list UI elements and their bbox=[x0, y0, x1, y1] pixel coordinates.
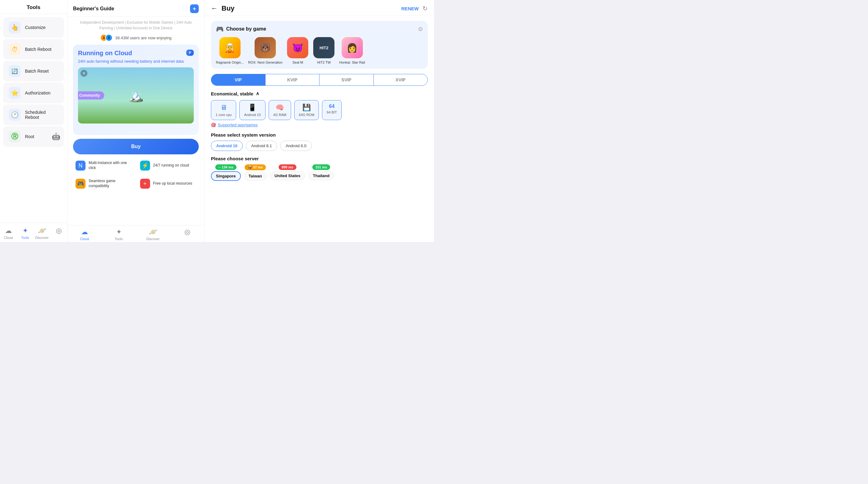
right-panel: ← Buy RENEW ↻ 🎮 Choose by game ⊙ 🧝 Ragna… bbox=[205, 0, 434, 242]
choose-game-header: 🎮 Choose by game ⊙ bbox=[216, 25, 423, 33]
game-seal[interactable]: 😈 Seal M bbox=[287, 37, 309, 65]
profile-nav-icon: ◎ bbox=[56, 227, 62, 235]
vip-tabs: VIP KVIP SVIP XVIP bbox=[211, 74, 428, 86]
tool-item-scheduled-reboot[interactable]: 🕐 Scheduled Reboot bbox=[3, 104, 64, 125]
feature-cloud: ⚡ 24/7 running on cloud bbox=[137, 158, 199, 173]
mid-nav-cloud[interactable]: ☁ Cloud bbox=[67, 228, 102, 241]
mid-discover-icon: 🪐 bbox=[149, 228, 157, 236]
sys-android60[interactable]: Android 6.0 bbox=[280, 141, 312, 151]
spec-64bit: 64 64 BIT bbox=[322, 100, 341, 120]
game-rox[interactable]: 🐻 ROX: Next Generation bbox=[248, 37, 282, 65]
mid-cloud-label: Cloud bbox=[80, 237, 89, 241]
singapore-name: Singapore bbox=[216, 174, 236, 179]
tool-item-batch-reboot[interactable]: ⏱ Batch Reboot bbox=[3, 39, 64, 60]
singapore-badge: Singapore bbox=[211, 171, 241, 181]
ragnarok-name: Ragnarok Origin... bbox=[216, 60, 244, 65]
nav-discover[interactable]: 🪐 Discover bbox=[34, 225, 51, 241]
multi-instance-icon: N bbox=[75, 161, 86, 170]
choose-game-title: Choose by game bbox=[226, 26, 266, 32]
game-honkai[interactable]: 👩 Honkai: Star Rail bbox=[339, 37, 365, 65]
server-thailand[interactable]: 151 ms Thailand bbox=[308, 164, 334, 181]
server-taiwan[interactable]: 📦 37 ms Taiwan bbox=[244, 164, 267, 181]
games-row: 🧝 Ragnarok Origin... 🐻 ROX: Next Generat… bbox=[216, 37, 423, 65]
promo-title: Running on Cloud bbox=[78, 50, 194, 57]
server-us[interactable]: 999 ms United States bbox=[270, 164, 305, 181]
batch-reboot-icon: ⏱ bbox=[9, 43, 21, 55]
specs-row: 🖥 1 core cpu 📱 Android 10 🧠 4G RAM 💾 64G… bbox=[211, 100, 428, 120]
vip-tab-vip[interactable]: VIP bbox=[211, 74, 266, 86]
tools-nav-label: Tools bbox=[21, 236, 29, 239]
middle-panel: Beginner's Guide + Independent Developme… bbox=[67, 0, 205, 242]
tool-item-customize[interactable]: 👆 Customize bbox=[3, 17, 64, 38]
mid-nav-tools[interactable]: ✦ Tools bbox=[102, 228, 136, 241]
promo-game-image: ✕ Community 🏔️ bbox=[78, 67, 194, 124]
collapse-specs-icon[interactable]: ∧ bbox=[256, 91, 259, 96]
server-options: ─ 134 ms Singapore 📦 37 ms Taiwan 999 ms bbox=[211, 164, 428, 181]
cloud-nav-icon: ☁ bbox=[5, 227, 12, 235]
tool-item-authorization[interactable]: ⭐ Authorization bbox=[3, 83, 64, 103]
game-hit2[interactable]: HIT2 HIT2 TW bbox=[313, 37, 335, 65]
tools-list: 👆 Customize ⏱ Batch Reboot 🔄 Batch Reset… bbox=[0, 14, 67, 223]
spec-cpu: 🖥 1 core cpu bbox=[211, 100, 236, 120]
renew-button[interactable]: RENEW bbox=[401, 6, 419, 11]
tool-item-root[interactable]: Ⓡ Root 🤖 bbox=[3, 126, 64, 147]
tools-bottom-nav: ☁ Cloud ✦ Tools 🪐 Discover ◎ bbox=[0, 223, 67, 242]
rom-icon: 💾 bbox=[302, 103, 311, 111]
sys-android81[interactable]: Android 8.1 bbox=[246, 141, 277, 151]
refresh-icon[interactable]: ↻ bbox=[423, 5, 428, 12]
supported-link[interactable]: 🎯 Supported app/games bbox=[211, 123, 428, 127]
specs-section: Economical, stable ∧ 🖥 1 core cpu 📱 Andr… bbox=[211, 91, 428, 127]
thailand-name: Thailand bbox=[313, 173, 330, 178]
cpu-icon: 🖥 bbox=[220, 103, 227, 111]
tool-item-batch-reset[interactable]: 🔄 Batch Reset bbox=[3, 61, 64, 82]
specs-title: Economical, stable bbox=[211, 91, 253, 96]
rox-thumb: 🐻 bbox=[255, 37, 276, 58]
root-label: Root bbox=[25, 134, 34, 139]
feature-free-resources: + Free up local resources bbox=[137, 176, 199, 191]
scheduled-reboot-icon: 🕐 bbox=[9, 109, 21, 121]
spec-android: 📱 Android 10 bbox=[239, 100, 265, 120]
system-version-title: Please select system version bbox=[211, 132, 428, 137]
collapse-icon[interactable]: ⊙ bbox=[418, 26, 423, 32]
rox-name: ROX: Next Generation bbox=[248, 60, 282, 65]
feature-game-compat: 🎮 Seamless game compatibility bbox=[73, 176, 134, 191]
bot-icon: 🤖 bbox=[52, 133, 60, 141]
cloud-feature-icon: ⚡ bbox=[140, 161, 150, 170]
guide-title: Beginner's Guide bbox=[73, 6, 114, 11]
honkai-name: Honkai: Star Rail bbox=[339, 60, 365, 65]
guide-add-button[interactable]: + bbox=[190, 4, 199, 13]
feature-multi-instance: N Multi-Instance with one click bbox=[73, 158, 134, 173]
mid-nav-discover[interactable]: 🪐 Discover bbox=[136, 228, 170, 241]
us-ping: 999 ms bbox=[279, 164, 297, 170]
specs-header: Economical, stable ∧ bbox=[211, 91, 428, 96]
taiwan-ping: 📦 37 ms bbox=[245, 164, 266, 170]
vip-tab-svip[interactable]: SVIP bbox=[319, 74, 374, 86]
nav-tools[interactable]: ✦ Tools bbox=[17, 225, 34, 241]
choose-game-section: 🎮 Choose by game ⊙ 🧝 Ragnarok Origin... … bbox=[211, 21, 428, 69]
vip-tab-kvip[interactable]: KVIP bbox=[266, 74, 320, 86]
customize-label: Customize bbox=[25, 25, 45, 30]
tools-title: Tools bbox=[0, 0, 67, 14]
features-grid: N Multi-Instance with one click ⚡ 24/7 r… bbox=[67, 158, 204, 194]
batch-reset-label: Batch Reset bbox=[25, 69, 49, 74]
seal-name: Seal M bbox=[292, 60, 303, 65]
bit-label: 64 BIT bbox=[327, 110, 337, 114]
sys-android10[interactable]: Android 10 bbox=[211, 141, 243, 151]
buy-button[interactable]: Buy bbox=[73, 139, 199, 154]
thailand-badge: Thailand bbox=[308, 171, 334, 180]
batch-reboot-label: Batch Reboot bbox=[25, 47, 52, 52]
nav-cloud[interactable]: ☁ Cloud bbox=[0, 225, 17, 241]
system-version-section: Please select system version Android 10 … bbox=[211, 132, 428, 151]
back-button[interactable]: ← bbox=[211, 4, 218, 12]
avatar-2: B bbox=[105, 34, 113, 41]
server-singapore[interactable]: ─ 134 ms Singapore bbox=[211, 164, 241, 181]
mid-profile-icon: ◎ bbox=[184, 228, 190, 236]
mid-nav-profile[interactable]: ◎ bbox=[170, 228, 204, 241]
vip-tab-xvip[interactable]: XVIP bbox=[374, 74, 428, 86]
guide-subtitle: Independent Development | Exclusive for … bbox=[67, 17, 204, 33]
feature-multi-instance-text: Multi-Instance with one click bbox=[89, 161, 132, 170]
mid-cloud-icon: ☁ bbox=[81, 228, 88, 236]
game-ragnarok[interactable]: 🧝 Ragnarok Origin... bbox=[216, 37, 244, 65]
users-avatars: A B bbox=[100, 34, 113, 41]
nav-profile[interactable]: ◎ bbox=[50, 225, 67, 241]
